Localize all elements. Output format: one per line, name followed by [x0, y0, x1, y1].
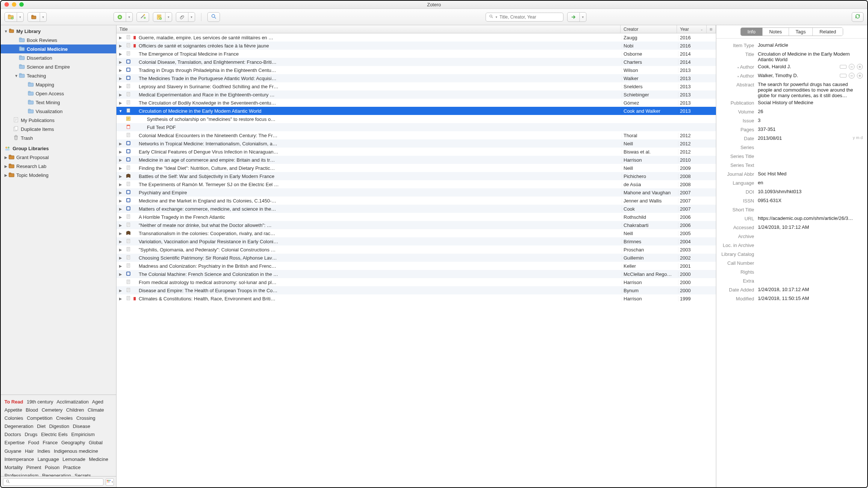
tag[interactable]: Competition [27, 415, 52, 421]
tab-notes[interactable]: Notes [763, 28, 789, 36]
item-row[interactable]: ▶Choosing Scientific Patrimony: Sir Rona… [116, 254, 716, 262]
item-row[interactable]: ▶Matters of exchange: commerce, medicine… [116, 205, 716, 213]
item-row[interactable]: ▶Trading in Drugs through Philadelphia i… [116, 66, 716, 74]
new-collection-button[interactable]: ▾ [4, 12, 24, 22]
author-remove-button[interactable]: − [849, 73, 855, 79]
author-value[interactable]: Walker, Timothy D. [758, 73, 837, 78]
item-row[interactable]: PDFFull Text PDF [116, 123, 716, 131]
col-attach-header[interactable]: ⊞ [707, 25, 716, 33]
disclosure-icon[interactable]: ▶ [116, 256, 125, 260]
tag-filter-input[interactable] [10, 480, 101, 484]
disclosure-icon[interactable]: ▶ [116, 272, 125, 276]
journal-abbr-value[interactable]: Soc Hist Med [758, 171, 863, 177]
disclosure-icon[interactable]: ▶ [116, 231, 125, 235]
item-row[interactable]: ▶Madness and Colonization: Psychiatry in… [116, 262, 716, 270]
language-value[interactable]: en [758, 180, 863, 185]
item-type-value[interactable]: Journal Article [758, 42, 863, 48]
tag[interactable]: Professionalism [4, 473, 39, 476]
tag[interactable]: Climate [88, 407, 104, 413]
tag[interactable]: To Read [4, 399, 23, 405]
close-window-button[interactable] [4, 2, 9, 7]
sidebar-group-item[interactable]: ▶Grant Proposal [1, 153, 116, 162]
accessed-value[interactable]: 1/24/2018, 10:17:12 AM [758, 224, 863, 230]
volume-value[interactable]: 26 [758, 109, 863, 114]
author-value[interactable]: Cook, Harold J. [758, 64, 837, 69]
disclosure-icon[interactable]: ▶ [116, 85, 125, 89]
disclosure-icon[interactable]: ▶ [116, 166, 125, 170]
sync-button[interactable] [852, 12, 864, 22]
tag[interactable]: Appetite [4, 407, 22, 413]
tag[interactable]: Disease [73, 423, 90, 429]
disclosure-icon[interactable]: ▶ [116, 52, 125, 56]
tag[interactable]: Acclimatization [56, 399, 89, 405]
sidebar-group-item[interactable]: ▶Topic Modeling [1, 171, 116, 179]
tag[interactable]: Cemetery [42, 407, 62, 413]
item-row[interactable]: ▶Networks in Tropical Medicine: Internat… [116, 139, 716, 148]
date-value[interactable]: 2013/08/01 [758, 135, 851, 141]
disclosure-icon[interactable]: ▶ [116, 158, 125, 162]
disclosure-icon[interactable]: ▶ [116, 36, 125, 40]
disclosure-icon[interactable]: ▶ [116, 215, 125, 219]
sidebar-item[interactable]: My Publications [1, 116, 116, 125]
item-row[interactable]: ▶The Experiments of Ramón M. Termeyer SJ… [116, 180, 716, 188]
tag[interactable]: Digestion [49, 423, 69, 429]
item-row[interactable]: ▶A Horrible Tragedy in the French Atlant… [116, 213, 716, 221]
tab-related[interactable]: Related [813, 28, 843, 36]
disclosure-icon[interactable]: ▶ [116, 93, 125, 97]
disclosure-icon[interactable]: ▶ [116, 182, 125, 187]
sidebar-item[interactable]: Open Access [1, 89, 116, 98]
disclosure-icon[interactable]: ▶ [116, 199, 125, 203]
disclosure-icon[interactable]: ▼ [4, 29, 8, 33]
disclosure-icon[interactable]: ▼ [14, 74, 19, 78]
disclosure-icon[interactable]: ▶ [116, 248, 125, 252]
disclosure-icon[interactable]: ▶ [116, 240, 125, 244]
author-toggle-button[interactable] [840, 74, 846, 78]
issue-value[interactable]: 3 [758, 118, 863, 123]
item-row[interactable]: ▶Colonial Disease, Translation, and Enli… [116, 58, 716, 66]
tag[interactable]: Diet [37, 423, 46, 429]
disclosure-icon[interactable]: ▶ [116, 297, 125, 301]
tag[interactable]: Expertise [4, 440, 24, 445]
col-year-header[interactable]: Year ⌄ [677, 25, 707, 33]
disclosure-icon[interactable]: ▶ [4, 155, 8, 159]
disclosure-icon[interactable]: ▶ [116, 60, 125, 64]
disclosure-icon[interactable]: ▶ [116, 207, 125, 211]
sidebar-item[interactable]: Text Mining [1, 98, 116, 107]
item-row[interactable]: ▶The Circulation of Bodily Knowledge in … [116, 99, 716, 107]
tag-options-button[interactable]: ▾ [106, 478, 114, 486]
disclosure-icon[interactable]: ▶ [4, 164, 8, 168]
sidebar-item[interactable]: Book Reviews [1, 36, 116, 44]
publication-value[interactable]: Social History of Medicine [758, 100, 863, 105]
item-row[interactable]: ▶Climates & Constitutions: Health, Race,… [116, 294, 716, 303]
col-creator-header[interactable]: Creator [621, 25, 677, 33]
tag-filter-input-wrap[interactable] [3, 478, 103, 486]
tag[interactable]: Piment [26, 465, 41, 470]
tag[interactable]: Indigenous medicine [54, 448, 98, 454]
quick-search[interactable]: ▾ [486, 13, 563, 22]
sidebar-item[interactable]: Visualization [1, 107, 116, 116]
tag[interactable]: Empiricism [71, 432, 95, 437]
item-row[interactable]: ▶Medicine and the Market in England and … [116, 197, 716, 205]
attach-button[interactable]: ▾ [176, 12, 195, 22]
tag[interactable]: Crossing [76, 415, 95, 421]
sidebar-item[interactable]: Mapping [1, 80, 116, 89]
author-add-button[interactable]: + [857, 73, 863, 79]
tag[interactable]: Lemonade [63, 456, 85, 462]
tag[interactable]: Indies [37, 448, 50, 454]
item-row[interactable]: ▶Finding the "Ideal Diet": Nutrition, Cu… [116, 164, 716, 172]
tag[interactable]: Food [28, 440, 39, 445]
sidebar-group-item[interactable]: ▶Research Lab [1, 162, 116, 171]
sidebar-item[interactable]: Duplicate Items [1, 125, 116, 133]
item-row[interactable]: ▼Circulation of Medicine in the Early Mo… [116, 107, 716, 115]
tag[interactable]: Electric Eels [41, 432, 68, 437]
item-row[interactable]: ▶Early Clinical Features of Dengue Virus… [116, 148, 716, 156]
disclosure-icon[interactable]: ▶ [116, 174, 125, 178]
tag[interactable]: Geography [61, 440, 85, 445]
item-row[interactable]: ▶Variolation, Vaccination and Popular Re… [116, 237, 716, 245]
title-value[interactable]: Circulation of Medicine in the Early Mod… [758, 51, 863, 62]
sidebar-item[interactable]: ▼Teaching [1, 71, 116, 80]
abstract-value[interactable]: The search for powerful drugs has caused… [758, 82, 863, 98]
author-toggle-button[interactable] [840, 65, 846, 69]
item-row[interactable]: ▶Officiers de santé et soignantes créole… [116, 42, 716, 50]
disclosure-icon[interactable]: ▶ [116, 101, 125, 105]
